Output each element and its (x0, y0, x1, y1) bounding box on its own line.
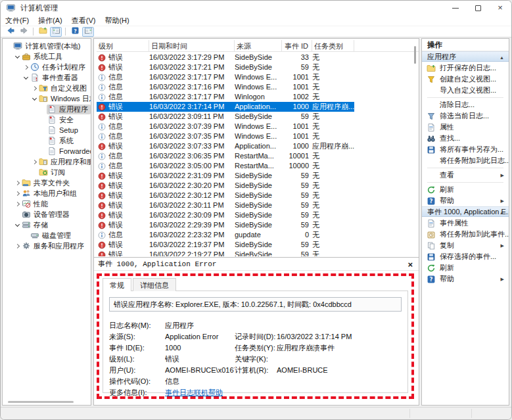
action-item-open-saved-log[interactable]: 打开保存的日志... (422, 62, 509, 74)
action-item-help[interactable]: ?帮助▶ (422, 273, 509, 285)
tree-item[interactable]: Windows 日志 (3, 93, 91, 104)
back-button[interactable] (5, 27, 16, 37)
action-item-save-selected-events[interactable]: 保存选择的事件... (422, 251, 509, 262)
event-row[interactable]: 错误16/03/2022 2:30:20 PMSideBySide59无 (97, 181, 354, 191)
toggle-console-tree-button[interactable] (50, 27, 62, 37)
tree-item[interactable]: 共享文件夹 (3, 177, 91, 188)
expander-icon[interactable] (14, 243, 21, 250)
action-item-refresh[interactable]: 刷新 (422, 262, 509, 273)
expander-icon[interactable] (22, 64, 30, 71)
tree-item[interactable]: 应用程序 (3, 104, 91, 114)
tree-item[interactable]: 应用程序和服务日志 (3, 156, 91, 167)
collapse-icon[interactable]: ▲ (500, 53, 504, 62)
action-item-attach-task-to-log[interactable]: 将任务附加到此日志... (422, 155, 509, 166)
action-item-help[interactable]: ?帮助▶ (422, 195, 509, 206)
event-row[interactable]: 错误16/03/2022 3:17:21 PMSideBySide59无 (97, 62, 354, 72)
event-row[interactable]: 信息16/03/2022 3:07:39 PMWindows E...1001无 (97, 122, 354, 131)
tree-item[interactable]: 系统 (3, 135, 91, 146)
minimize-button[interactable] (444, 1, 467, 15)
tree-item[interactable]: 订阅 (3, 167, 91, 177)
event-row[interactable]: 信息16/03/2022 3:06:35 PMRestartMa...10001… (97, 151, 354, 161)
expander-icon[interactable] (14, 179, 21, 187)
tree-item[interactable]: 本地用户和组 (3, 188, 91, 198)
tree-item[interactable]: 事件查看器 (3, 72, 91, 83)
tree-item[interactable]: 自定义视图 (3, 83, 91, 93)
num column-header-event_id[interactable]: 事件 ID (282, 40, 312, 51)
event-row[interactable]: 错误16/03/2022 2:31:09 PMSideBySide59无 (97, 171, 354, 181)
column-header-source[interactable]: 来源 (235, 40, 282, 51)
open-saved-log-button[interactable] (37, 27, 49, 37)
action-item-properties[interactable]: 属性 (422, 122, 509, 133)
event-row[interactable]: 错误16/03/2022 3:07:33 PMApplication...100… (97, 141, 354, 151)
column-header-category[interactable]: 任务类别 (312, 40, 354, 51)
event-row[interactable]: 信息16/03/2022 3:17:16 PMWindows E...1001无 (97, 82, 354, 92)
expander-icon[interactable] (14, 200, 21, 208)
expander-icon[interactable] (14, 53, 21, 60)
close-button[interactable]: × (489, 1, 511, 15)
event-row[interactable]: 错误16/03/2022 3:17:29 PMSideBySide33无 (97, 53, 354, 62)
tree-item[interactable]: 任务计划程序 (3, 62, 91, 72)
tab-general[interactable]: 常规 (103, 278, 131, 291)
event-row[interactable]: 信息16/03/2022 3:17:17 PMWinlogon1002无 (97, 92, 354, 102)
expander-icon[interactable] (14, 222, 21, 229)
action-item-attach-task-to-event[interactable]: 将任务附加到此事件... (422, 229, 509, 240)
event-row[interactable]: 错误16/03/2022 2:19:37 PMSideBySide59无 (97, 240, 354, 250)
event-row[interactable]: 错误16/03/2022 2:30:11 PMSideBySide59无 (97, 200, 354, 210)
action-item-create-custom-view[interactable]: 创建自定义视图... (422, 74, 509, 85)
action-item-import-custom-view[interactable]: 导入自定义视图... (422, 85, 509, 96)
event-row[interactable]: 错误16/03/2022 2:30:12 PMSideBySide59无 (97, 191, 354, 200)
action-item-event-properties[interactable]: 事件属性 (422, 218, 509, 229)
action-item-find[interactable]: 查找... (422, 133, 509, 144)
event-row[interactable]: 错误16/03/2022 3:09:11 PMSideBySide59无 (97, 112, 354, 122)
tree-item[interactable]: 存储 (3, 220, 91, 230)
event-row[interactable]: 信息16/03/2022 3:07:35 PMWindows E...1001无 (97, 131, 354, 141)
action-item-copy[interactable]: 复制▶ (422, 240, 509, 251)
tree-item[interactable]: 安全 (3, 114, 91, 125)
event-row[interactable]: 错误16/03/2022 2:19:27 PMSideBySide59无 (97, 250, 354, 256)
action-item-save-all-events-as[interactable]: 将所有事件另存为... (422, 144, 509, 155)
menu-item-view[interactable]: 查看(V) (67, 15, 101, 26)
collapse-icon[interactable]: ▲ (500, 208, 504, 217)
action-item-refresh[interactable]: 刷新 (422, 184, 509, 195)
tab-details[interactable]: 详细信息 (133, 278, 176, 291)
close-icon[interactable]: × (407, 258, 413, 271)
tree-item[interactable]: 性能 (3, 198, 91, 209)
menu-item-help[interactable]: 帮助(H) (100, 15, 133, 26)
expander-icon[interactable] (31, 158, 38, 166)
event-row[interactable]: 信息16/03/2022 3:17:17 PMWindows E...1001无 (97, 72, 354, 82)
tree-item[interactable]: Setup (3, 125, 91, 135)
column-header-datetime[interactable]: 日期和时间 (149, 40, 235, 51)
event-row[interactable]: 错误16/03/2022 2:29:39 PMSideBySide59无 (97, 220, 354, 230)
tree-item[interactable]: 服务和应用程序 (3, 241, 91, 251)
event-log-help-link[interactable]: 事件日志联机帮助 (165, 388, 223, 396)
tree-item[interactable]: 系统工具 (3, 51, 91, 62)
action-item-filter-current-log[interactable]: 筛选当前日志... (422, 110, 509, 122)
tree-item[interactable]: 计算机管理(本地) (3, 41, 91, 51)
event-row[interactable]: 错误16/03/2022 3:17:14 PMApplication...100… (97, 102, 354, 112)
menu-item-action[interactable]: 操作(A) (34, 15, 67, 26)
expander-icon[interactable] (31, 85, 38, 92)
action-section-header[interactable]: 应用程序▲ (422, 51, 509, 62)
tree-item[interactable]: 磁盘管理 (3, 230, 91, 241)
column-header-level[interactable]: 级别 (97, 40, 149, 51)
menu-item-file[interactable]: 文件(F) (1, 15, 34, 26)
action-section-header[interactable]: 事件 1000, Application E...▲ (422, 206, 509, 217)
expander-icon[interactable] (22, 74, 30, 82)
expander-icon[interactable] (31, 95, 38, 103)
vertical-scrollbar-thumb[interactable] (414, 46, 416, 64)
forward-button[interactable] (18, 27, 30, 37)
help-button[interactable]: ? (69, 27, 81, 37)
event-row[interactable]: 错误16/03/2022 2:30:09 PMSideBySide59无 (97, 210, 354, 220)
horizontal-scrollbar-thumb[interactable] (8, 401, 74, 403)
tree-item[interactable]: Forwarded Eve (3, 146, 91, 156)
event-row[interactable]: 信息16/03/2022 2:23:32 PMgupdate0无 (97, 230, 354, 240)
event-list-pane: 级别日期和时间来源事件 ID任务类别 错误16/03/2022 3:17:29 … (93, 38, 419, 406)
event-row[interactable]: 信息16/03/2022 3:05:00 PMRestartMa...10000… (97, 161, 354, 171)
action-item-clear-log[interactable]: 清除日志... (422, 99, 509, 110)
tree-item[interactable]: 设备管理器 (3, 209, 91, 220)
maximize-button[interactable] (467, 1, 489, 15)
level-cell: 信息 (97, 72, 149, 82)
toggle-action-pane-button[interactable] (82, 27, 94, 37)
expander-icon[interactable] (14, 190, 21, 197)
action-item-view[interactable]: 查看▶ (422, 170, 509, 181)
